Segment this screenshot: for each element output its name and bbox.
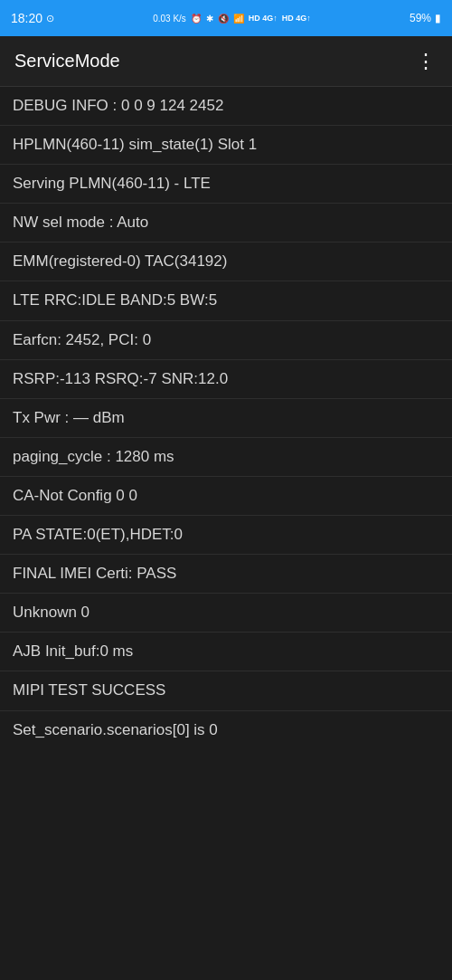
overflow-menu-button[interactable]: ⋮: [416, 50, 438, 73]
info-row: AJB Init_buf:0 ms: [0, 633, 452, 671]
app-title: ServiceMode: [14, 51, 120, 71]
info-row: Tx Pwr : — dBm: [0, 399, 452, 438]
content-area: DEBUG INFO : 0 0 9 124 2452HPLMN(460-11)…: [0, 87, 452, 980]
info-row: Serving PLMN(460-11) - LTE: [0, 165, 452, 204]
bluetooth-icon: ✱: [206, 14, 213, 24]
info-row: CA-Not Config 0 0: [0, 477, 452, 516]
data-speed-display: 0.03 K/s: [153, 14, 186, 24]
info-row: RSRP:-113 RSRQ:-7 SNR:12.0: [0, 360, 452, 399]
hd-4g-icon-2: HD 4G↑: [282, 14, 311, 23]
info-row: DEBUG INFO : 0 0 9 124 2452: [0, 87, 452, 126]
time-display: 18:20: [11, 11, 42, 25]
info-row: EMM(registered-0) TAC(34192): [0, 243, 452, 281]
hd-4g-icon-1: HD 4G↑: [249, 14, 278, 23]
info-row: LTE RRC:IDLE BAND:5 BW:5: [0, 281, 452, 320]
info-row: Unknown 0: [0, 594, 452, 633]
mute-icon: 🔇: [218, 14, 229, 24]
status-bar-battery: 59% ▮: [410, 12, 441, 24]
battery-percentage: 59%: [410, 12, 431, 24]
info-row: Earfcn: 2452, PCI: 0: [0, 321, 452, 360]
status-bar-time: 18:20 ⊙: [11, 11, 54, 25]
battery-icon: ▮: [435, 12, 441, 24]
clock-icon: ⊙: [46, 13, 54, 24]
app-bar: ServiceMode ⋮: [0, 36, 452, 87]
info-row: paging_cycle : 1280 ms: [0, 438, 452, 477]
wifi-icon: 📶: [233, 14, 244, 24]
info-row: MIPI TEST SUCCESS: [0, 671, 452, 710]
info-row: NW sel mode : Auto: [0, 204, 452, 243]
status-bar: 18:20 ⊙ 0.03 K/s ⏰ ✱ 🔇 📶 HD 4G↑ HD 4G↑ 5…: [0, 0, 452, 36]
info-row: PA STATE:0(ET),HDET:0: [0, 516, 452, 555]
info-row: FINAL IMEI Certi: PASS: [0, 555, 452, 594]
info-row: Set_scenario.scenarios[0] is 0: [0, 711, 452, 749]
info-row: HPLMN(460-11) sim_state(1) Slot 1: [0, 126, 452, 165]
status-bar-center-icons: 0.03 K/s ⏰ ✱ 🔇 📶 HD 4G↑ HD 4G↑: [153, 14, 311, 24]
alarm-icon: ⏰: [191, 14, 202, 24]
